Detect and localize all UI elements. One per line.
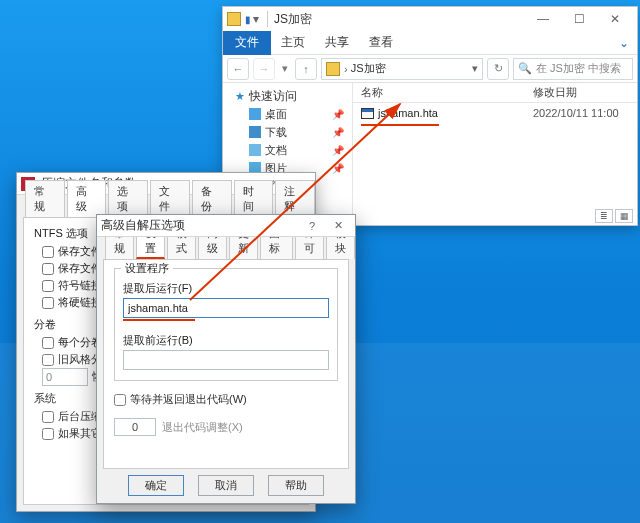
run-after-label: 提取后运行(F) (123, 281, 329, 296)
quick-access-pin-icon: ▮ (245, 14, 251, 25)
nav-up-button[interactable]: ↑ (295, 58, 317, 80)
titlebar-divider (267, 11, 268, 27)
tab-options[interactable]: 选项 (108, 180, 148, 217)
pin-icon: 📌 (332, 127, 344, 138)
maximize-button[interactable]: ☐ (561, 9, 597, 29)
run-after-input[interactable] (123, 298, 329, 318)
tab-sfx-mode[interactable]: 模式 (167, 237, 196, 259)
nav-quick-label: 快速访问 (249, 88, 297, 105)
restore-vol-input[interactable]: 0 (42, 368, 88, 386)
view-icons-button[interactable]: ▦ (615, 209, 633, 223)
help-button[interactable]: 帮助 (268, 475, 324, 496)
dialog-button-row: 确定 取消 帮助 (97, 471, 355, 499)
annotation-underline (123, 319, 195, 321)
file-modified: 2022/10/11 11:00 (533, 103, 637, 123)
run-before-input[interactable] (123, 350, 329, 370)
tab-comment[interactable]: 注释 (275, 180, 315, 217)
sfx-tabs: 常规 设置 模式 高级 更新 文本和图标 许可 模块 (97, 237, 355, 259)
tab-backup[interactable]: 备份 (192, 180, 232, 217)
nav-back-button[interactable]: ← (227, 58, 249, 80)
breadcrumb-folder-icon (326, 62, 340, 76)
exit-code-input[interactable]: 0 (114, 418, 156, 436)
cancel-button[interactable]: 取消 (198, 475, 254, 496)
pin-icon: 📌 (332, 163, 344, 174)
tab-time[interactable]: 时间 (234, 180, 274, 217)
file-row[interactable]: jshaman.hta 2022/10/11 11:00 (353, 103, 637, 123)
file-list: 名称 修改日期 jshaman.hta 2022/10/11 11:00 ssi… (353, 83, 637, 225)
nav-downloads-label: 下载 (265, 125, 287, 140)
nav-documents-label: 文档 (265, 143, 287, 158)
tab-general[interactable]: 常规 (25, 180, 65, 217)
tab-sfx-adv[interactable]: 高级 (198, 237, 227, 259)
window-title: JS加密 (274, 11, 312, 28)
col-modified[interactable]: 修改日期 (533, 83, 637, 102)
ok-button[interactable]: 确定 (128, 475, 184, 496)
sfx-dialog-title: 高级自解压选项 (101, 217, 185, 234)
setup-group-legend: 设置程序 (121, 261, 173, 276)
tab-files[interactable]: 文件 (150, 180, 190, 217)
run-before-label: 提取前运行(B) (123, 333, 329, 348)
pin-icon: 📌 (332, 109, 344, 120)
pin-icon: 📌 (332, 145, 344, 156)
explorer-titlebar[interactable]: ▮ ▾ JS加密 — ☐ ✕ (223, 7, 637, 31)
breadcrumb-dropdown-icon[interactable]: ▾ (472, 62, 478, 75)
tab-share[interactable]: 共享 (315, 31, 359, 55)
tab-advanced[interactable]: 高级 (67, 180, 107, 217)
nav-forward-button[interactable]: → (253, 58, 275, 80)
col-name[interactable]: 名称 (353, 83, 533, 102)
tab-sfx-general[interactable]: 常规 (105, 237, 134, 259)
exit-code-label: 退出代码调整(X) (162, 420, 243, 435)
nav-quick-access[interactable]: ★ 快速访问 (223, 87, 352, 105)
chevron-right-icon: › (344, 63, 348, 75)
minimize-button[interactable]: — (525, 9, 561, 29)
address-bar-row: ← → ▾ ↑ › JS加密 ▾ ↻ 🔍 在 JS加密 中搜索 (223, 55, 637, 83)
cb-wait-exit[interactable]: 等待并返回退出代码(W) (114, 391, 247, 408)
annotation-underline (361, 124, 439, 126)
titlebar-dropdown-icon[interactable]: ▾ (253, 12, 259, 26)
refresh-button[interactable]: ↻ (487, 58, 509, 80)
tab-sfx-texticon[interactable]: 文本和图标 (260, 237, 293, 259)
tab-sfx-module[interactable]: 模块 (326, 237, 355, 259)
ribbon-expand-icon[interactable]: ⌄ (619, 36, 629, 50)
sfx-setup-panel: 设置程序 提取后运行(F) 提取前运行(B) 等待并返回退出代码(W) 0 退出… (103, 259, 349, 469)
cb-label: 等待并返回退出代码(W) (130, 392, 247, 407)
dialog-help-button[interactable]: ? (299, 218, 325, 234)
nav-downloads[interactable]: 下载 📌 (223, 123, 352, 141)
sfx-options-dialog: 高级自解压选项 ? ✕ 常规 设置 模式 高级 更新 文本和图标 许可 模块 设… (96, 214, 356, 504)
dialog-close-button[interactable]: ✕ (325, 218, 351, 234)
tab-sfx-update[interactable]: 更新 (229, 237, 258, 259)
breadcrumb-text: JS加密 (351, 61, 386, 76)
hta-file-icon (361, 108, 374, 119)
search-icon: 🔍 (518, 62, 532, 75)
tab-sfx-license[interactable]: 许可 (295, 237, 324, 259)
tab-view[interactable]: 查看 (359, 31, 403, 55)
sfx-dialog-titlebar[interactable]: 高级自解压选项 ? ✕ (97, 215, 355, 237)
view-details-button[interactable]: ≣ (595, 209, 613, 223)
download-icon (249, 126, 261, 138)
file-name: jshaman.hta (378, 107, 438, 119)
tab-home[interactable]: 主页 (271, 31, 315, 55)
tab-file[interactable]: 文件 (223, 31, 271, 55)
nav-documents[interactable]: 文档 📌 (223, 141, 352, 159)
search-input[interactable]: 🔍 在 JS加密 中搜索 (513, 58, 633, 80)
address-bar[interactable]: › JS加密 ▾ (321, 58, 483, 80)
desktop-icon (249, 108, 261, 120)
nav-desktop[interactable]: 桌面 📌 (223, 105, 352, 123)
setup-program-group: 设置程序 提取后运行(F) 提取前运行(B) (114, 268, 338, 381)
star-icon: ★ (235, 90, 245, 103)
tab-sfx-setup[interactable]: 设置 (136, 237, 165, 259)
folder-icon (227, 12, 241, 26)
nav-desktop-label: 桌面 (265, 107, 287, 122)
nav-history-button[interactable]: ▾ (279, 58, 291, 80)
ribbon-menu: 文件 主页 共享 查看 ⌄ (223, 31, 637, 55)
search-placeholder: 在 JS加密 中搜索 (536, 61, 621, 76)
close-button[interactable]: ✕ (597, 9, 633, 29)
document-icon (249, 144, 261, 156)
